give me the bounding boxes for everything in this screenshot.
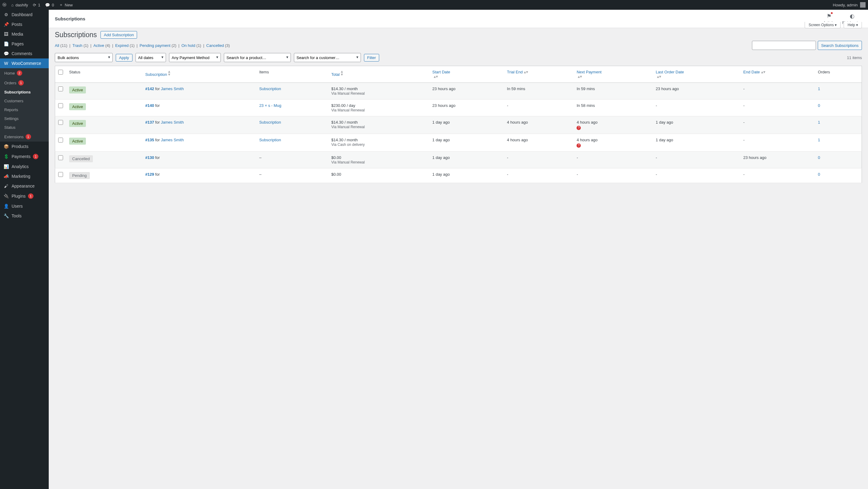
select-all-checkbox[interactable]	[58, 70, 63, 75]
orders-link[interactable]: 0	[818, 172, 820, 176]
menu-icon: 💲	[3, 154, 9, 159]
total-value: $230.00 / day	[331, 103, 355, 108]
item-link[interactable]: Subscription	[259, 138, 281, 142]
col-subscription[interactable]: Subscription▴▾	[142, 66, 256, 83]
menu-item-pages[interactable]: 📄Pages	[0, 39, 49, 49]
menu-item-media[interactable]: 🖼Media	[0, 29, 49, 39]
subscription-id-link[interactable]: #129	[145, 172, 154, 176]
new-content-link[interactable]: ＋ New	[59, 2, 73, 8]
end-date: -	[740, 83, 815, 100]
col-trial[interactable]: Trial End ▴▾	[504, 66, 574, 83]
help-tab[interactable]: Help ▾	[844, 22, 862, 28]
apply-button[interactable]: Apply	[116, 54, 132, 62]
view-filter-cancelled[interactable]: Cancelled	[206, 43, 224, 48]
col-status[interactable]: Status	[66, 66, 142, 83]
menu-item-posts[interactable]: 📌Posts	[0, 20, 49, 29]
col-orders[interactable]: Orders	[815, 66, 862, 83]
view-filter-trash[interactable]: Trash	[72, 43, 83, 48]
submenu-status[interactable]: Status	[0, 123, 49, 132]
col-last[interactable]: Last Order Date▴▾	[653, 66, 740, 83]
menu-item-plugins[interactable]: 🔌Plugins1	[0, 191, 49, 195]
col-items[interactable]: Items	[256, 66, 328, 83]
alert-icon[interactable]: ?	[577, 143, 581, 148]
row-checkbox[interactable]	[58, 120, 63, 125]
avatar-icon[interactable]	[860, 2, 866, 8]
end-date: -	[740, 168, 815, 183]
filter-button[interactable]: Filter	[364, 54, 379, 62]
add-subscription-button[interactable]: Add Subscription	[100, 31, 137, 39]
subscription-id-link[interactable]: #135	[145, 138, 154, 142]
customer-search-combo[interactable]: Search for a customer…	[294, 53, 361, 62]
date-filter-select[interactable]: All dates	[135, 53, 166, 62]
view-filter-expired[interactable]: Expired	[115, 43, 128, 48]
row-checkbox[interactable]	[58, 155, 63, 160]
item-link[interactable]: 23 × s - Mug	[259, 103, 281, 108]
search-subscriptions-button[interactable]: Search Subscriptions	[818, 41, 862, 50]
table-row: Active#142 for James SmithSubscription$1…	[55, 83, 862, 100]
row-checkbox[interactable]	[58, 172, 63, 177]
item-link[interactable]: Subscription	[259, 120, 281, 125]
customer-link[interactable]: James Smith	[161, 120, 184, 125]
subscription-id-link[interactable]: #130	[145, 155, 154, 160]
submenu-settings[interactable]: Settings	[0, 114, 49, 123]
row-checkbox[interactable]	[58, 87, 63, 91]
status-pill[interactable]: Active	[69, 138, 86, 144]
orders-link[interactable]: 1	[818, 87, 820, 91]
col-end[interactable]: End Date ▴▾	[740, 66, 815, 83]
payment-via: Via Manual Renewal	[331, 108, 365, 112]
status-pill[interactable]: Pending	[69, 172, 90, 179]
menu-item-woocommerce[interactable]: WWooCommerce	[0, 59, 49, 68]
view-filter-on-hold[interactable]: On hold	[182, 43, 195, 48]
status-pill[interactable]: Active	[69, 120, 86, 127]
menu-item-appearance[interactable]: 🖌Appearance	[0, 181, 49, 191]
product-search-combo[interactable]: Search for a product…	[224, 53, 291, 62]
orders-link[interactable]: 1	[818, 138, 820, 142]
trial-end: -	[504, 168, 574, 183]
orders-link[interactable]: 0	[818, 103, 820, 108]
sort-icon: ▴▾	[578, 75, 582, 78]
view-filter-all[interactable]: All	[55, 43, 59, 48]
status-pill[interactable]: Active	[69, 103, 86, 110]
submenu-reports[interactable]: Reports	[0, 105, 49, 114]
updates-link[interactable]: ⟳ 1	[33, 3, 40, 7]
bulk-actions-select[interactable]: Bulk actions	[55, 53, 113, 62]
menu-item-payments[interactable]: 💲Payments1	[0, 151, 49, 162]
submenu-customers[interactable]: Customers	[0, 97, 49, 105]
submenu-orders[interactable]: Orders1	[0, 78, 49, 88]
orders-link[interactable]: 1	[818, 120, 820, 125]
item-link[interactable]: Subscription	[259, 87, 281, 91]
menu-item-analytics[interactable]: 📊Analytics	[0, 162, 49, 171]
col-total[interactable]: Total▴▾	[328, 66, 429, 83]
subscription-id-link[interactable]: #137	[145, 120, 154, 125]
flag-icon: ⚑	[827, 13, 832, 20]
submenu-subscriptions[interactable]: Subscriptions	[0, 88, 49, 97]
alert-icon[interactable]: ?	[577, 126, 581, 130]
comments-link[interactable]: 💬 0	[45, 3, 54, 7]
menu-item-marketing[interactable]: 📣Marketing	[0, 171, 49, 181]
howdy-text[interactable]: Howdy, admin	[833, 3, 858, 7]
menu-item-products[interactable]: 📦Products	[0, 141, 49, 151]
submenu-extensions[interactable]: Extensions1	[0, 132, 49, 141]
customer-link[interactable]: James Smith	[161, 138, 184, 142]
subscription-id-link[interactable]: #140	[145, 103, 154, 108]
col-next[interactable]: Next Payment▴▾	[574, 66, 653, 83]
screen-options-tab[interactable]: Screen Options ▾	[805, 22, 841, 28]
next-payment: In 58 mins	[574, 100, 653, 116]
wp-logo[interactable]: ⓦ	[2, 2, 6, 8]
view-filter-pending-payment[interactable]: Pending payment	[140, 43, 170, 48]
subscription-id-link[interactable]: #142	[145, 87, 154, 91]
search-input[interactable]	[752, 41, 816, 50]
view-filter-active[interactable]: Active	[93, 43, 104, 48]
site-name-link[interactable]: ⌂ dashify	[11, 3, 28, 7]
status-pill[interactable]: Active	[69, 87, 86, 94]
row-checkbox[interactable]	[58, 138, 63, 142]
orders-link[interactable]: 0	[818, 155, 820, 160]
payment-method-select[interactable]: Any Payment Method	[169, 53, 221, 62]
col-start[interactable]: Start Date▴▾	[429, 66, 504, 83]
menu-item-dashboard[interactable]: ⚙Dashboard	[0, 10, 49, 20]
status-pill[interactable]: Cancelled	[69, 155, 93, 162]
row-checkbox[interactable]	[58, 103, 63, 108]
customer-link[interactable]: James Smith	[161, 87, 184, 91]
menu-item-comments[interactable]: 💬Comments	[0, 49, 49, 59]
submenu-home[interactable]: Home2	[0, 68, 49, 78]
